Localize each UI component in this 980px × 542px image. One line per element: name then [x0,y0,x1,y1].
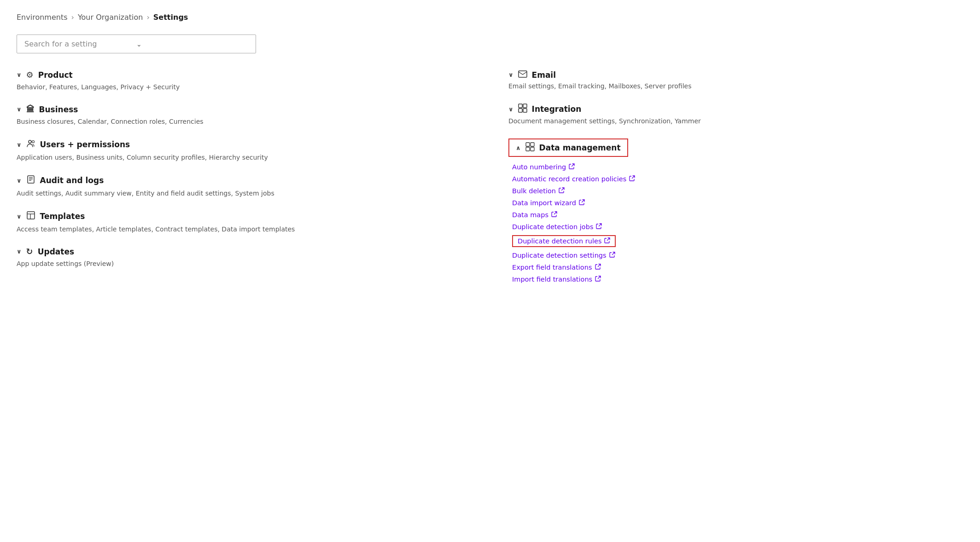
dm-link-auto-record[interactable]: Automatic record creation policies [512,175,963,183]
briefcase-icon: 🏛 [26,104,35,114]
external-link-icon [559,187,565,195]
left-column: ∨ ⚙ Product Behavior, Features, Language… [17,70,499,288]
chevron-audit-icon: ∨ [17,177,22,184]
dm-link-data-maps[interactable]: Data maps [512,211,963,219]
svg-rect-15 [531,143,534,146]
section-audit-header[interactable]: ∨ Audit and logs [17,175,472,186]
chevron-business-icon: ∨ [17,106,22,113]
section-integration-header[interactable]: ∨ Integration [508,104,963,115]
svg-rect-9 [519,71,527,77]
dm-link-dup-detection-settings[interactable]: Duplicate detection settings [512,252,963,259]
section-business: ∨ 🏛 Business Business closures, Calendar… [17,104,472,125]
chevron-dm-icon: ∧ [516,144,521,151]
breadcrumb-sep-1: › [71,13,74,22]
external-link-icon [629,175,635,183]
section-users-header[interactable]: ∨ Users + permissions [17,139,472,150]
section-templates-desc: Access team templates, Article templates… [17,225,472,233]
breadcrumb-sep-2: › [146,13,149,22]
section-business-desc: Business closures, Calendar, Connection … [17,118,472,125]
search-placeholder: Search for a setting [24,40,136,48]
refresh-icon: ↻ [26,247,33,256]
section-updates-desc: App update settings (Preview) [17,260,472,267]
section-updates-header[interactable]: ∨ ↻ Updates [17,247,472,256]
breadcrumb-settings: Settings [153,13,188,22]
section-users-label: Users + permissions [40,140,130,149]
svg-rect-11 [523,104,527,108]
breadcrumb-environments[interactable]: Environments [17,13,68,22]
dm-link-bulk-deletion[interactable]: Bulk deletion [512,187,963,195]
dm-link-dup-detection-rules[interactable]: Duplicate detection rules [512,235,616,247]
chevron-integration-icon: ∨ [508,106,513,113]
external-link-icon [551,211,557,219]
external-link-icon [604,237,610,245]
breadcrumb: Environments › Your Organization › Setti… [17,13,963,22]
template-icon [26,211,35,222]
section-product-label: Product [38,70,73,80]
section-product-desc: Behavior, Features, Languages, Privacy +… [17,83,472,91]
search-bar[interactable]: Search for a setting ⌄ [17,35,256,53]
section-data-management: ∧ Data management Auto numbering [508,138,963,283]
svg-rect-2 [28,176,34,183]
section-product: ∨ ⚙ Product Behavior, Features, Language… [17,70,472,91]
svg-rect-6 [27,212,35,219]
svg-rect-13 [523,109,527,112]
section-business-header[interactable]: ∨ 🏛 Business [17,104,472,114]
svg-point-0 [29,140,31,143]
section-users: ∨ Users + permissions Application users,… [17,139,472,161]
chevron-updates-icon: ∨ [17,248,22,255]
section-integration: ∨ Integration Document management settin… [508,104,963,125]
svg-rect-12 [519,109,522,112]
chevron-templates-icon: ∨ [17,213,22,220]
section-email-header[interactable]: ∨ Email [508,70,963,80]
external-link-icon [609,252,615,259]
section-data-management-label: Data management [539,143,621,152]
section-users-desc: Application users, Business units, Colum… [17,154,472,161]
external-link-icon [596,223,602,231]
email-icon [518,70,527,80]
section-product-header[interactable]: ∨ ⚙ Product [17,70,472,80]
svg-rect-10 [519,104,522,108]
dm-link-auto-numbering[interactable]: Auto numbering [512,163,963,171]
section-email: ∨ Email Email settings, Email tracking, … [508,70,963,90]
dm-link-export-field[interactable]: Export field translations [512,264,963,271]
section-audit: ∨ Audit and logs Audit settings, Audit s… [17,175,472,197]
chevron-users-icon: ∨ [17,141,22,148]
section-templates: ∨ Templates Access team templates, Artic… [17,211,472,233]
dm-links-container: Auto numbering Automatic record creation… [508,163,963,283]
section-audit-label: Audit and logs [40,176,104,185]
breadcrumb-org[interactable]: Your Organization [78,13,143,22]
audit-icon [26,175,35,186]
section-integration-desc: Document management settings, Synchroniz… [508,117,963,125]
svg-rect-17 [531,147,534,151]
dm-link-dup-detection-jobs[interactable]: Duplicate detection jobs [512,223,963,231]
section-templates-header[interactable]: ∨ Templates [17,211,472,222]
external-link-icon [569,163,575,171]
section-templates-label: Templates [40,212,85,221]
chevron-email-icon: ∨ [508,71,513,78]
svg-rect-16 [526,147,530,151]
external-link-icon [579,199,585,207]
section-email-desc: Email settings, Email tracking, Mailboxe… [508,82,963,90]
chevron-product-icon: ∨ [17,71,22,78]
section-integration-label: Integration [532,104,582,114]
integration-icon [518,104,527,115]
gear-icon: ⚙ [26,70,34,80]
svg-rect-14 [526,143,530,146]
section-business-label: Business [39,105,78,114]
right-column: ∨ Email Email settings, Email tracking, … [499,70,963,288]
section-email-label: Email [532,70,556,80]
main-layout: ∨ ⚙ Product Behavior, Features, Language… [17,70,963,288]
section-audit-desc: Audit settings, Audit summary view, Enti… [17,190,472,197]
data-management-icon [525,142,535,153]
external-link-icon [595,264,601,271]
section-updates-label: Updates [38,247,74,256]
section-updates: ∨ ↻ Updates App update settings (Preview… [17,247,472,267]
dm-link-data-import[interactable]: Data import wizard [512,199,963,207]
users-icon [26,139,35,150]
svg-point-1 [32,141,34,143]
dm-link-import-field[interactable]: Import field translations [512,276,963,283]
external-link-icon [595,276,601,283]
section-data-management-header[interactable]: ∧ Data management [508,138,628,157]
chevron-down-icon: ⌄ [136,40,248,48]
